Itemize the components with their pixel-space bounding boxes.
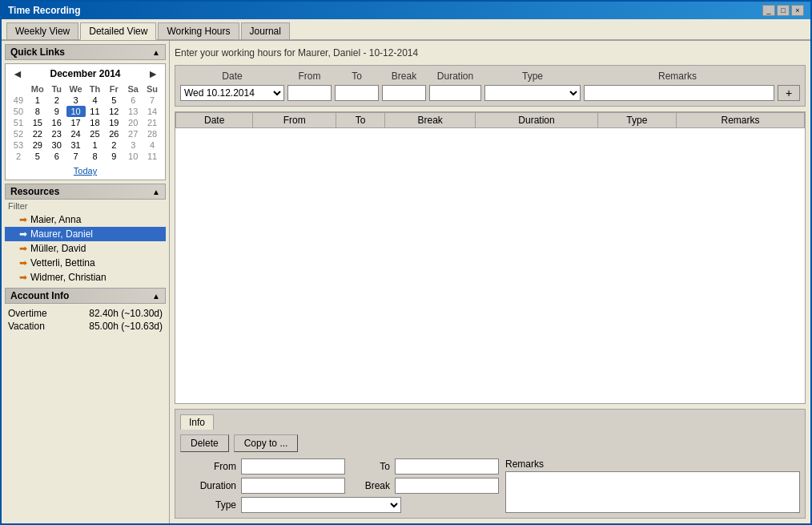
calendar-day[interactable]: 28	[143, 128, 162, 139]
calendar-day[interactable]: 14	[143, 106, 162, 117]
th-duration: Duration	[476, 113, 598, 128]
action-buttons: Delete Copy to ...	[180, 434, 800, 452]
minimize-button[interactable]: _	[762, 5, 775, 16]
calendar-day[interactable]: 17	[66, 117, 86, 128]
calendar-day[interactable]: 7	[143, 95, 162, 106]
resource-item[interactable]: ➡ Vetterli, Bettina	[5, 256, 166, 270]
calendar-day[interactable]: 12	[104, 106, 123, 117]
calendar-day[interactable]: 16	[47, 117, 66, 128]
resource-item[interactable]: ➡ Maier, Anna	[5, 212, 166, 227]
calendar-day[interactable]: 29	[28, 139, 47, 151]
calendar-day[interactable]: 4	[86, 95, 105, 106]
break-input[interactable]	[382, 85, 426, 101]
calendar-day[interactable]: 23	[47, 128, 66, 139]
calendar-day[interactable]: 10	[66, 106, 86, 117]
remarks-detail-input[interactable]	[505, 471, 800, 513]
table-header-row: Date From To Break Duration Type Remarks	[176, 113, 805, 128]
th-from: From	[253, 113, 336, 128]
account-info-label: Account Info	[10, 290, 69, 301]
calendar-day[interactable]: 8	[28, 106, 47, 117]
resource-item[interactable]: ➡ Widmer, Christian	[5, 270, 166, 285]
resource-item[interactable]: ➡ Müller, David	[5, 241, 166, 256]
today-link[interactable]: Today	[74, 166, 97, 176]
close-button[interactable]: ×	[791, 5, 804, 16]
tabs-bar: Weekly View Detailed View Working Hours …	[2, 19, 810, 41]
quick-links-collapse[interactable]: ▲	[152, 48, 160, 57]
to-detail-input[interactable]	[395, 458, 499, 475]
cal-week-num: 53	[9, 139, 28, 151]
info-tab[interactable]: Info	[180, 414, 214, 430]
account-info-collapse[interactable]: ▲	[152, 292, 160, 301]
calendar-day[interactable]: 27	[123, 128, 143, 139]
delete-button[interactable]: Delete	[180, 434, 229, 452]
calendar-day[interactable]: 11	[86, 106, 105, 117]
calendar-day[interactable]: 2	[104, 139, 123, 151]
from-input[interactable]	[287, 85, 332, 101]
type-select-form[interactable]	[484, 85, 581, 101]
copy-button[interactable]: Copy to ...	[234, 434, 299, 452]
calendar-day[interactable]: 1	[86, 139, 105, 151]
to-input[interactable]	[335, 85, 379, 101]
tab-journal[interactable]: Journal	[241, 22, 290, 39]
tab-working-hours[interactable]: Working Hours	[158, 22, 239, 39]
add-row-button[interactable]: +	[778, 85, 800, 101]
main-window: Time Recording _ □ × Weekly View Detaile…	[0, 0, 812, 525]
from-detail-input[interactable]	[241, 458, 345, 475]
calendar-day[interactable]: 30	[47, 139, 66, 151]
calendar-today-button[interactable]: Today	[9, 165, 162, 176]
calendar-day[interactable]: 3	[123, 139, 143, 151]
calendar-day[interactable]: 4	[143, 139, 162, 151]
calendar-day[interactable]: 9	[47, 106, 66, 117]
type-col-header: Type	[484, 71, 581, 82]
calendar-day[interactable]: 8	[86, 151, 105, 162]
calendar-day[interactable]: 2	[47, 95, 66, 106]
calendar-day[interactable]: 6	[47, 151, 66, 162]
arrow-icon: ➡	[19, 228, 27, 240]
window-controls: _ □ ×	[762, 5, 804, 16]
calendar-prev-button[interactable]: ◄	[9, 67, 26, 80]
calendar-day[interactable]: 31	[66, 139, 86, 151]
tab-weekly-view[interactable]: Weekly View	[6, 22, 78, 39]
calendar-day[interactable]: 24	[66, 128, 86, 139]
th-remarks: Remarks	[676, 113, 804, 128]
calendar-day[interactable]: 18	[86, 117, 105, 128]
calendar-day[interactable]: 9	[104, 151, 123, 162]
calendar-day[interactable]: 13	[123, 106, 143, 117]
calendar-day[interactable]: 20	[123, 117, 143, 128]
remarks-input[interactable]	[584, 85, 774, 101]
calendar-day[interactable]: 6	[123, 95, 143, 106]
calendar-day[interactable]: 11	[143, 151, 162, 162]
duration-detail-input[interactable]	[241, 478, 345, 494]
calendar-day[interactable]: 19	[104, 117, 123, 128]
calendar-day[interactable]: 21	[143, 117, 162, 128]
calendar-day[interactable]: 25	[86, 128, 105, 139]
calendar-day[interactable]: 10	[123, 151, 143, 162]
calendar-day[interactable]: 3	[66, 95, 86, 106]
cal-tu-header: Tu	[47, 83, 66, 95]
calendar-day[interactable]: 5	[28, 151, 47, 162]
calendar-day[interactable]: 22	[28, 128, 47, 139]
entry-header: Enter your working hours for Maurer, Dan…	[175, 46, 806, 60]
break-detail-input[interactable]	[395, 478, 499, 494]
maximize-button[interactable]: □	[777, 5, 790, 16]
duration-input[interactable]	[429, 85, 481, 101]
break-detail-label: Break	[350, 480, 390, 491]
overtime-row: Overtime 82.40h (~10.30d)	[8, 307, 163, 320]
calendar-day[interactable]: 7	[66, 151, 86, 162]
remarks-col-header: Remarks	[584, 71, 771, 82]
calendar-day[interactable]: 26	[104, 128, 123, 139]
arrow-icon: ➡	[19, 214, 27, 225]
resources-collapse[interactable]: ▲	[152, 188, 160, 196]
overtime-value: 82.40h (~10.30d)	[89, 308, 163, 319]
calendar-next-button[interactable]: ►	[144, 67, 162, 80]
calendar-day[interactable]: 15	[28, 117, 47, 128]
calendar-day[interactable]: 5	[104, 95, 123, 106]
cal-mo-header: Mo	[28, 83, 47, 95]
type-detail-select[interactable]	[241, 497, 401, 513]
date-select[interactable]: Wed 10.12.2014	[180, 85, 284, 101]
tab-detailed-view[interactable]: Detailed View	[80, 22, 156, 40]
resource-item[interactable]: ➡ Maurer, Daniel	[5, 227, 166, 241]
calendar-month-year: December 2014	[50, 68, 120, 79]
duration-col-header: Duration	[429, 71, 481, 82]
calendar-day[interactable]: 1	[28, 95, 47, 106]
